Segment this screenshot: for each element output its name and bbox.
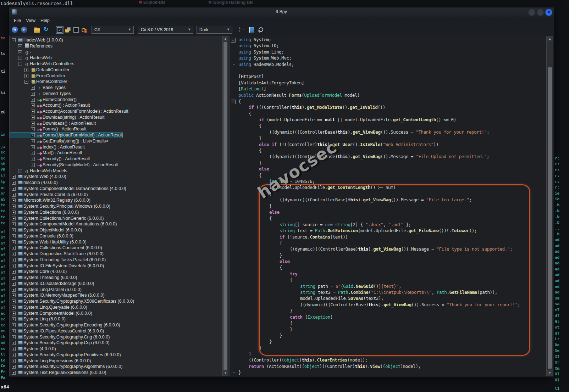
tree-row[interactable]: +Microsoft.Win32.Registry (6.0.0.0) [10, 197, 90, 203]
expand-icon[interactable]: + [12, 293, 16, 297]
tree-row[interactable]: +System.Threading.Tasks.Parallel (6.0.0.… [10, 257, 106, 263]
tree-row[interactable]: +System.Collections.NonGeneric (6.0.0.0) [10, 215, 104, 222]
collapse-icon[interactable]: − [12, 38, 16, 42]
fold-toggle-icon[interactable]: − [231, 38, 236, 43]
expand-icon[interactable]: + [12, 288, 16, 292]
tree-row[interactable]: +System.Private.CoreLib (6.0.0.0) [10, 192, 88, 198]
expand-icon[interactable]: + [31, 151, 35, 155]
tree-row[interactable]: +↓Derived Types [10, 91, 71, 97]
scroll-up-icon[interactable]: ▲ [547, 36, 553, 41]
tree-row[interactable]: +System.ComponentModel.Annotations (6.0.… [10, 221, 117, 227]
collapse-tree-icon[interactable] [249, 27, 254, 33]
expand-icon[interactable]: + [12, 264, 16, 268]
tree-row[interactable]: +System.ComponentModel (6.0.0.0) [10, 310, 92, 317]
decompiled-code-pane[interactable]: − − using System;using System.IO;using S… [230, 36, 547, 376]
tree-row[interactable]: +System.IO.FileSystem.DriveInfo (6.0.0.0… [10, 263, 104, 269]
expand-icon[interactable]: + [18, 44, 22, 48]
tree-scrollbar[interactable]: ▲ ▼ [222, 36, 228, 376]
tree-row[interactable]: +DefaultController [10, 67, 70, 73]
language-dropdown[interactable]: C# ▼ [92, 26, 134, 34]
tree-row[interactable]: +↑Base Types [10, 85, 66, 91]
code-scrollbar-thumb[interactable] [548, 67, 552, 369]
scroll-up-icon[interactable]: ▲ [223, 36, 228, 41]
tree-row[interactable]: +System.Security.Principal.Windows (6.0.… [10, 203, 110, 209]
collapse-icon[interactable]: − [18, 62, 22, 66]
tree-row[interactable]: +System.Text.RegularExpressions (6.0.0.0… [10, 370, 106, 376]
tree-row[interactable]: +ErrorController [10, 73, 65, 79]
menu-file[interactable]: File [14, 18, 21, 23]
expand-icon[interactable]: + [12, 335, 16, 339]
expand-icon[interactable]: + [12, 246, 16, 250]
tree-row[interactable]: +{}HadesWeb.Models [10, 168, 67, 174]
tree-row[interactable]: −{}HadesWeb.Controllers [10, 61, 74, 67]
expand-icon[interactable]: + [12, 234, 16, 238]
tree-row[interactable]: +System.Security.Cryptography.Encoding (… [10, 322, 120, 328]
tree-row[interactable]: +System.IO.IsolatedStorage (6.0.0.0) [10, 281, 94, 287]
search-icon[interactable] [259, 27, 263, 32]
expand-icon[interactable]: + [12, 365, 16, 369]
tree-row[interactable]: −HadesWeb (1.0.0.0) [10, 37, 63, 43]
tree-row[interactable]: +System.Collections.Concurrent (6.0.0.0) [10, 245, 102, 251]
expand-icon[interactable]: + [24, 74, 28, 78]
expand-icon[interactable]: + [24, 68, 28, 72]
tree-row[interactable]: −HomeController [10, 79, 67, 85]
expand-icon[interactable]: + [12, 252, 16, 256]
expand-icon[interactable]: + [12, 306, 16, 309]
sort-assemblies-icon[interactable]: AZ↓ [239, 27, 241, 32]
tree-row[interactable]: +≡◆Account() : ActionResult [10, 102, 90, 108]
tree-row[interactable]: +System.Linq.Parallel (6.0.0.0) [10, 287, 82, 293]
scroll-down-icon[interactable]: ▼ [223, 370, 228, 376]
expand-icon[interactable]: + [12, 228, 16, 232]
tree-row[interactable]: +System.Linq (6.0.0.0) [10, 316, 66, 322]
minimize-button[interactable] [528, 9, 535, 16]
title-bar[interactable]: ILSpy ✕ [9, 7, 554, 17]
expand-icon[interactable]: + [31, 145, 35, 149]
expand-icon[interactable]: + [31, 92, 35, 96]
tree-row[interactable]: +References [10, 43, 53, 49]
expand-icon[interactable]: + [12, 299, 16, 303]
tree-row[interactable]: +System.Security.Cryptography.Cng (6.0.0… [10, 334, 110, 340]
tree-row[interactable]: +{}- [10, 49, 31, 55]
tree-row[interactable]: +System.Security.Cryptography.Primitives… [10, 352, 121, 358]
expand-icon[interactable]: + [31, 116, 35, 119]
expand-icon[interactable]: + [12, 317, 16, 321]
expand-icon[interactable]: + [31, 133, 35, 137]
expand-icon[interactable]: + [18, 50, 22, 54]
tree-row[interactable]: +≡◆Index() : ActionResult [10, 144, 85, 150]
expand-icon[interactable]: + [31, 122, 35, 125]
show-compiler-generated-checkbox[interactable] [73, 27, 79, 33]
expand-icon[interactable]: + [31, 157, 35, 161]
expand-icon[interactable]: + [18, 169, 22, 173]
expand-icon[interactable]: + [12, 187, 16, 191]
tree-row[interactable]: +{}HadesWeb [10, 55, 52, 61]
expand-icon[interactable]: + [12, 371, 16, 375]
tree-row[interactable]: +≡◆GetEmails(string[]) : List<Emails> [10, 138, 108, 144]
tree-row[interactable]: +System.IO.MemoryMappedFiles (6.0.0.0) [10, 292, 105, 298]
tree-row[interactable]: +System.Diagnostics.StackTrace (6.0.0.0) [10, 251, 104, 257]
expand-icon[interactable]: + [12, 276, 16, 280]
language-version-dropdown[interactable]: C# 8.0 / VS 2019 ▼ [138, 26, 193, 34]
expand-icon[interactable]: + [12, 359, 16, 363]
scroll-down-icon[interactable]: ▼ [547, 370, 553, 376]
forward-icon[interactable]: ▶ [21, 27, 27, 33]
expand-icon[interactable]: + [12, 258, 16, 262]
tree-row[interactable]: +≡◆Account(AccountFormModel) : ActionRes… [10, 108, 128, 114]
tree-row[interactable]: +System.Threading (6.0.0.0) [10, 275, 77, 281]
fold-toggle-icon[interactable]: − [231, 100, 236, 104]
code-scrollbar[interactable]: ▲ ▼ [547, 36, 553, 376]
refresh-icon[interactable]: ↻ [44, 26, 48, 33]
tree-row[interactable]: +≡◆Forms(UploadFormModel) : ActionResult [10, 132, 123, 138]
expand-icon[interactable]: + [31, 98, 35, 102]
expand-icon[interactable]: + [12, 347, 16, 351]
tree-row[interactable]: +System.ComponentModel.DataAnnotations (… [10, 186, 126, 192]
expand-icon[interactable]: + [12, 205, 16, 208]
tree-row[interactable]: +≡◆HomeController() [10, 97, 77, 103]
tree-row[interactable]: +System (4.0.0.0) [10, 346, 56, 352]
expand-icon[interactable]: + [12, 312, 16, 315]
expand-icon[interactable]: + [12, 217, 16, 220]
tree-row[interactable]: +System.Collections (6.0.0.0) [10, 209, 79, 215]
expand-icon[interactable]: + [31, 86, 35, 90]
expand-icon[interactable]: + [12, 222, 16, 226]
tree-row[interactable]: +≡◆Downloads() : ActionResult [10, 121, 96, 127]
expand-icon[interactable]: + [12, 240, 16, 244]
